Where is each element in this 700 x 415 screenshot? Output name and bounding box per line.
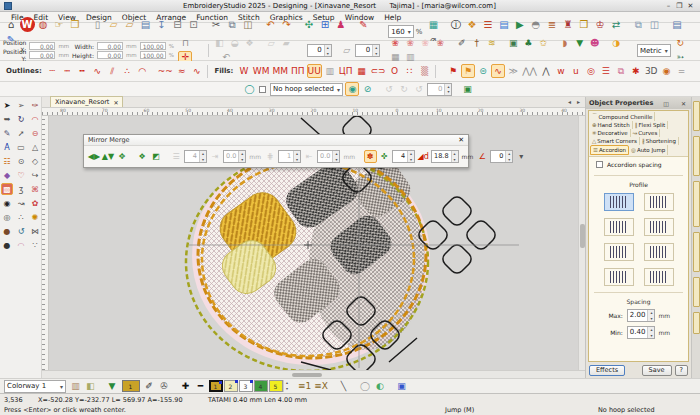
- spinner-down-icon[interactable]: ▾: [408, 157, 414, 163]
- motif-ellipse-icon[interactable]: ⊜: [476, 64, 490, 78]
- sequence-icon[interactable]: ≣: [544, 17, 559, 32]
- fill-capsule-icon[interactable]: ⊂⊃: [370, 64, 387, 78]
- spinner-down-icon[interactable]: ▾: [294, 157, 300, 163]
- tab-accordion[interactable]: ☰Accordion: [590, 145, 629, 155]
- docker-tab-5[interactable]: [693, 277, 700, 307]
- array-points-icon[interactable]: ✜: [378, 150, 391, 163]
- cut-icon[interactable]: ✂: [209, 17, 224, 32]
- reshape-tool[interactable]: ➢: [15, 99, 27, 111]
- starburst-tool[interactable]: ✺: [29, 211, 41, 223]
- spinner[interactable]: 1▴▾: [278, 150, 301, 163]
- color-swatch-1[interactable]: 1: [209, 380, 223, 392]
- rainbow-tool[interactable]: ◠: [15, 239, 27, 251]
- design-properties-icon[interactable]: ❖: [464, 17, 479, 32]
- profile-even-open[interactable]: [644, 193, 674, 211]
- thread-chart-icon[interactable]: ≡1: [297, 379, 312, 393]
- monitor-icon[interactable]: ⊞: [318, 17, 333, 32]
- mirror-horizontal-icon[interactable]: ◀▶: [88, 150, 101, 163]
- pos-x-field[interactable]: 0.00: [29, 42, 55, 50]
- spinner-down-icon[interactable]: ▾: [648, 316, 654, 322]
- print-icon[interactable]: ⊟: [170, 17, 185, 32]
- outline-sculpt-icon[interactable]: ╍: [75, 64, 89, 78]
- spray-tool[interactable]: ∴: [15, 211, 27, 223]
- brown-dot-tool[interactable]: ●: [1, 225, 13, 237]
- applique-tool[interactable]: ⌘: [29, 183, 41, 195]
- spinner[interactable]: 0.0▴▾: [317, 150, 340, 163]
- tab-flexi-split[interactable]: ∥Flexi Split: [633, 121, 668, 129]
- horizontal-scrollbar-thumb[interactable]: [292, 373, 322, 377]
- diamond-tool[interactable]: ◆: [1, 169, 13, 181]
- fill-ring-icon[interactable]: O: [388, 64, 402, 78]
- spinner-down-icon[interactable]: ▾: [333, 157, 339, 163]
- pen-path-icon[interactable]: ✐: [455, 37, 469, 51]
- spinner-down-icon[interactable]: ▾: [373, 51, 379, 57]
- spinner-down-icon[interactable]: ▾: [445, 89, 451, 95]
- color-swatch-3[interactable]: 3: [239, 380, 253, 392]
- fill-satin-raised-icon[interactable]: WM: [252, 64, 271, 78]
- color-film-icon[interactable]: ▤: [496, 17, 511, 32]
- hoop-icon[interactable]: ▣: [460, 82, 474, 96]
- bezier-tool[interactable]: ↝: [15, 197, 27, 209]
- grab-hand-icon[interactable]: ☞: [52, 17, 67, 32]
- remove-color-icon[interactable]: ━: [194, 379, 208, 393]
- lettering-style-2-icon[interactable]: ❀: [403, 37, 417, 51]
- swap-window-icon[interactable]: ⇄: [608, 17, 623, 32]
- docker-tab-6[interactable]: [693, 312, 700, 334]
- profile-dense-edges[interactable]: [604, 218, 634, 236]
- swirl-tool[interactable]: ↪: [29, 169, 41, 181]
- distance-flag-icon[interactable]: ◢d: [417, 150, 430, 163]
- lettering-style-1-icon[interactable]: ❀: [388, 37, 402, 51]
- rotate-tool[interactable]: ↻: [15, 113, 27, 125]
- add-color-icon[interactable]: ✚: [179, 379, 193, 393]
- people-icon[interactable]: ☻: [588, 37, 602, 51]
- thread-exchange-icon[interactable]: ≡X: [313, 379, 329, 393]
- fill-sparse-icon[interactable]: ▒: [418, 64, 432, 78]
- docker-tab-1[interactable]: [693, 101, 700, 131]
- minimize-button[interactable]: –: [663, 2, 674, 10]
- thread-colors-icon[interactable]: ☰: [480, 17, 495, 32]
- effects-button[interactable]: Effects: [589, 365, 625, 376]
- lettering-style-3-icon[interactable]: ❀: [418, 37, 432, 51]
- diagonal-line-icon[interactable]: ╲: [337, 379, 351, 393]
- units-combo[interactable]: Metric ▾: [637, 44, 671, 57]
- save-button[interactable]: Save: [642, 365, 672, 376]
- restore-button[interactable]: ❐: [674, 2, 685, 10]
- motif-shapes-icon[interactable]: ⧉: [614, 64, 628, 78]
- min-spacing-spinner[interactable]: 0.40▴▾: [627, 326, 656, 339]
- vertical-scrollbar-thumb[interactable]: [580, 224, 585, 248]
- horizontal-scrollbar[interactable]: [42, 370, 585, 378]
- paste-icon[interactable]: ◫: [241, 17, 256, 32]
- outline-satin-icon[interactable]: ⫽: [105, 64, 119, 78]
- scale-x-field[interactable]: 100.00: [140, 42, 166, 50]
- sphere-icon[interactable]: ◐: [373, 379, 387, 393]
- motif-lines-icon[interactable]: ☰: [599, 64, 613, 78]
- column-offset-icon[interactable]: ⇤: [303, 150, 316, 163]
- palette-editor-icon[interactable]: ▥: [69, 379, 83, 393]
- tab-hand-stitch[interactable]: ⊕Hand Stitch: [590, 121, 633, 129]
- balloon-icon[interactable]: ◍: [36, 17, 51, 32]
- save-design-icon[interactable]: ▤: [669, 17, 684, 32]
- needle-icon[interactable]: †: [470, 37, 484, 51]
- fill-stipple-icon[interactable]: ∷: [403, 64, 417, 78]
- palette-spinner[interactable]: ▴▾: [283, 380, 290, 392]
- shape-tool[interactable]: ◇: [29, 155, 41, 167]
- polygon-tool[interactable]: △: [29, 141, 41, 153]
- undo-icon[interactable]: ↶: [263, 17, 278, 32]
- mirror-vertical-icon[interactable]: ▲▼: [102, 150, 115, 163]
- show-hoop-checkbox[interactable]: [259, 86, 266, 93]
- rectangle-tool[interactable]: ▭: [15, 141, 27, 153]
- outline-triple-run-icon[interactable]: ┉: [60, 64, 74, 78]
- lasso-select-tool[interactable]: ➥: [1, 113, 13, 125]
- spinner-down-icon[interactable]: ▾: [200, 157, 206, 163]
- motif-trees-icon[interactable]: ⋀⋀: [521, 64, 538, 78]
- docker-tab-4[interactable]: [693, 232, 700, 272]
- ring-tool[interactable]: ◎: [1, 211, 13, 223]
- docker-tab-2[interactable]: [693, 136, 700, 176]
- overlap-icon[interactable]: ◓: [528, 17, 543, 32]
- scale-y-field[interactable]: 100.00: [140, 51, 166, 59]
- dotted-circle-tool[interactable]: ⊙: [15, 155, 27, 167]
- portfolio-icon[interactable]: ❒: [576, 17, 591, 32]
- tab-auto-jump[interactable]: ◎Auto Jump: [629, 145, 668, 155]
- outline-motif-run-icon[interactable]: ~~: [157, 64, 174, 78]
- rotate-small-icon[interactable]: ↻: [673, 37, 687, 51]
